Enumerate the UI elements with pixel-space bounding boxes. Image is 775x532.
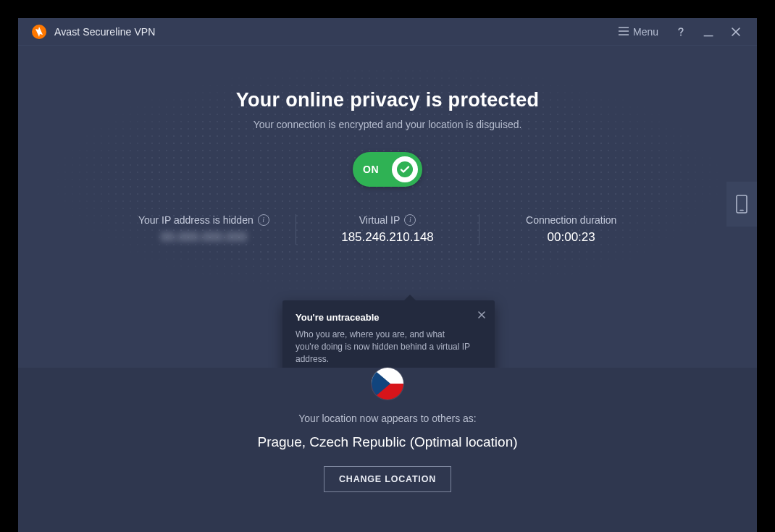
svg-point-1	[680, 34, 682, 35]
connection-info: Your IP address is hidden i 00.000.000.0…	[112, 214, 663, 245]
minimize-button[interactable]: _	[698, 17, 719, 39]
vpn-toggle[interactable]: ON	[353, 152, 422, 187]
status-panel: Your online privacy is protected Your co…	[18, 46, 757, 346]
real-ip-label: Your IP address is hidden	[138, 214, 254, 226]
titlebar: Avast Secureline VPN Menu _	[18, 18, 757, 46]
location-panel: Your location now appears to others as: …	[18, 368, 757, 532]
duration-value: 00:00:23	[494, 230, 648, 245]
info-icon[interactable]: i	[258, 214, 269, 226]
duration-label: Connection duration	[526, 214, 616, 226]
avast-logo-icon	[31, 24, 47, 40]
virtual-ip-label: Virtual IP	[359, 214, 401, 226]
virtual-ip-value: 185.246.210.148	[311, 230, 465, 245]
status-headline: Your online privacy is protected	[18, 89, 757, 111]
app-title: Avast Secureline VPN	[54, 26, 155, 38]
close-icon	[477, 311, 486, 319]
real-ip-value: 00.000.000.000	[127, 230, 281, 245]
change-location-button[interactable]: CHANGE LOCATION	[324, 466, 451, 492]
location-appears-label: Your location now appears to others as:	[18, 413, 757, 424]
tooltip-title: You're untraceable	[296, 312, 470, 323]
help-button[interactable]	[670, 21, 692, 43]
virtual-ip-tooltip: You're untraceable Who you are, where yo…	[282, 300, 495, 376]
country-flag-icon	[372, 368, 403, 400]
real-ip-column: Your IP address is hidden i 00.000.000.0…	[112, 214, 296, 245]
vpn-toggle-label: ON	[363, 164, 379, 175]
tooltip-body: Who you are, where you are, and what you…	[296, 329, 470, 365]
vpn-toggle-knob	[392, 156, 418, 182]
tooltip-close-button[interactable]	[474, 306, 489, 325]
menu-button-label: Menu	[633, 26, 658, 38]
hamburger-icon	[619, 26, 629, 38]
devices-side-tab[interactable]	[726, 182, 757, 227]
close-button[interactable]	[725, 21, 747, 43]
menu-button[interactable]: Menu	[613, 23, 664, 41]
smartphone-icon	[734, 194, 749, 214]
info-icon[interactable]: i	[404, 214, 416, 226]
duration-column: Connection duration 00:00:23	[479, 214, 663, 245]
app-window: Avast Secureline VPN Menu _ Your online …	[18, 18, 757, 514]
virtual-ip-column: Virtual IP i 185.246.210.148	[296, 214, 479, 245]
status-subtitle: Your connection is encrypted and your lo…	[18, 119, 757, 130]
checkmark-icon	[397, 161, 413, 177]
location-value: Prague, Czech Republic (Optimal location…	[18, 434, 757, 450]
